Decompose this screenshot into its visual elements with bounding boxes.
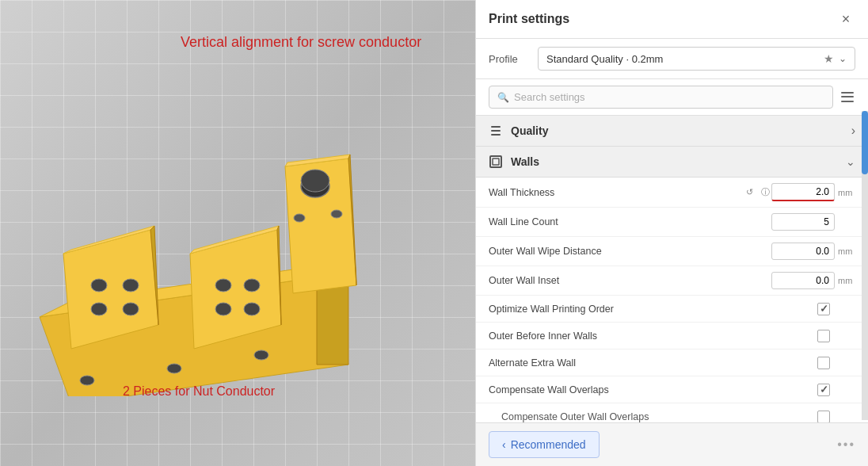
quality-label: Quality [511,124,548,137]
search-icon: 🔍 [497,92,509,103]
setting-wall-line-count: Wall Line Count [476,208,868,237]
dots-icon: ••• [837,437,855,452]
svg-rect-30 [490,156,501,167]
scroll-thumb[interactable] [862,111,868,174]
svg-point-9 [123,303,139,315]
svg-point-15 [215,303,231,315]
outer-before-inner-checkbox[interactable] [817,330,830,342]
reset-icon[interactable]: ↺ [743,186,756,199]
outer-wall-wipe-field[interactable] [771,243,835,260]
outer-wall-wipe-label: Outer Wall Wipe Distance [489,246,771,257]
section-walls[interactable]: Walls [476,147,868,178]
wall-thickness-field[interactable] [771,183,835,201]
svg-point-24 [80,376,94,385]
setting-wall-thickness: Wall Thickness ↺ ⓘ mm [476,178,868,208]
walls-section-icon [489,155,503,169]
panel-title: Print settings [489,12,569,26]
svg-point-8 [91,303,107,315]
setting-optimize-wall: Optimize Wall Printing Order ✓ [476,296,868,323]
recommended-button[interactable]: ‹ Recommended [489,431,600,458]
optimize-wall-checkbox[interactable]: ✓ [817,303,830,315]
svg-point-7 [123,279,139,292]
setting-outer-before-inner: Outer Before Inner Walls [476,323,868,350]
setting-outer-wall-wipe: Outer Wall Wipe Distance mm [476,237,868,266]
outer-wall-inset-label: Outer Wall Inset [489,275,771,286]
annotation-top: Vertical alignment for screw conductor [181,34,421,51]
svg-point-14 [244,279,260,292]
svg-rect-31 [493,159,499,165]
setting-alternate-extra-wall: Alternate Extra Wall [476,350,868,376]
3d-viewport: Vertical alignment for screw conductor 2… [0,0,475,466]
svg-point-16 [244,303,260,315]
compensate-outer-wall-checkbox[interactable] [817,411,830,423]
profile-value: Standard Quality · 0.2mm [546,53,663,65]
svg-point-25 [167,364,181,373]
chevron-down-icon[interactable]: ⌄ [839,53,847,64]
outer-before-inner-label: Outer Before Inner Walls [489,330,792,342]
info-icon[interactable]: ⓘ [759,186,771,199]
setting-compensate-outer-wall: Compensate Outer Wall Overlaps [476,403,868,422]
svg-point-23 [331,210,342,218]
svg-rect-29 [491,134,501,136]
quality-chevron [851,124,855,138]
close-button[interactable]: × [836,10,855,29]
settings-list: Quality Walls Wall Thickness ↺ [476,116,868,422]
compensate-outer-wall-label: Compensate Outer Wall Overlaps [489,411,792,422]
svg-rect-27 [491,126,501,128]
wall-thickness-label: Wall Thickness [489,187,743,198]
bottom-bar: ‹ Recommended ••• [476,422,868,466]
alternate-extra-wall-label: Alternate Extra Wall [489,357,792,369]
outer-wall-wipe-unit: mm [838,246,855,256]
panel-header: Print settings × [476,0,868,39]
scroll-track [862,111,868,420]
wall-thickness-unit: mm [838,188,855,197]
search-row: 🔍 Search settings [476,79,868,116]
profile-label: Profile [489,53,528,65]
recommended-label: Recommended [511,438,586,451]
annotation-bottom: 2 Pieces for Nut Conductor [123,384,275,399]
compensate-wall-overlaps-label: Compensate Wall Overlaps [489,384,792,395]
outer-wall-inset-unit: mm [838,276,855,285]
wall-thickness-input: mm [771,183,855,201]
quality-icon [489,124,503,138]
model-svg [16,95,459,396]
profile-select[interactable]: Standard Quality · 0.2mm ★ ⌄ [538,47,855,71]
walls-chevron [846,155,855,169]
outer-wall-wipe-input: mm [771,243,855,260]
outer-wall-inset-field[interactable] [771,272,835,289]
wall-line-count-field[interactable] [771,213,835,231]
profile-row: Profile Standard Quality · 0.2mm ★ ⌄ [476,39,868,79]
optimize-wall-label: Optimize Wall Printing Order [489,304,792,315]
wall-line-count-label: Wall Line Count [489,216,771,227]
search-input-container[interactable]: 🔍 Search settings [489,86,833,109]
svg-point-22 [294,214,305,222]
alternate-extra-wall-checkbox[interactable] [817,357,830,369]
svg-point-6 [91,279,107,292]
menu-icon[interactable] [839,90,855,105]
svg-point-13 [215,279,231,292]
outer-wall-inset-input: mm [771,272,855,289]
profile-select-icons: ★ ⌄ [824,52,847,65]
svg-point-21 [301,170,329,192]
walls-label: Walls [511,155,539,168]
wall-line-count-input [771,213,855,231]
recommended-chevron: ‹ [502,438,506,451]
print-settings-panel: Print settings × Profile Standard Qualit… [475,0,868,466]
svg-point-26 [254,350,268,360]
svg-rect-28 [491,130,501,132]
star-icon[interactable]: ★ [824,52,834,65]
setting-outer-wall-inset: Outer Wall Inset mm [476,266,868,296]
compensate-wall-overlaps-checkbox[interactable]: ✓ [817,384,830,396]
search-placeholder: Search settings [514,91,585,103]
3d-model [16,95,459,396]
setting-compensate-wall-overlaps: Compensate Wall Overlaps ✓ [476,376,868,403]
section-quality[interactable]: Quality [476,116,868,147]
